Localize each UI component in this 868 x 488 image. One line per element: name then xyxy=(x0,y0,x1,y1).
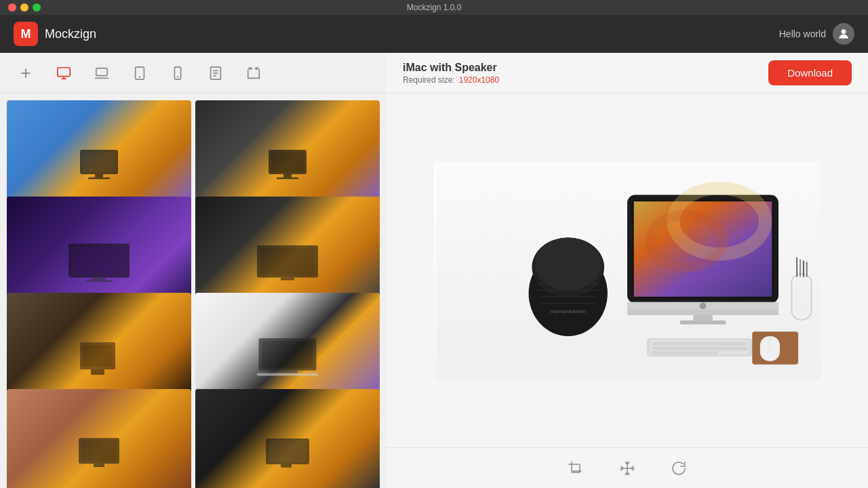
grid-item-8[interactable] xyxy=(195,389,380,488)
svg-rect-25 xyxy=(92,278,106,281)
laptop-button[interactable] xyxy=(90,61,114,85)
svg-rect-75 xyxy=(794,277,808,317)
preview-image: harman/kardon xyxy=(434,162,821,379)
maximize-button[interactable] xyxy=(33,3,41,12)
mobile-button[interactable] xyxy=(165,61,190,85)
grid-item-7-overlay xyxy=(7,389,191,488)
close-button[interactable] xyxy=(8,3,16,12)
svg-rect-18 xyxy=(88,178,110,179)
svg-rect-36 xyxy=(257,373,318,376)
svg-rect-41 xyxy=(269,441,307,462)
user-greeting: Hello world xyxy=(779,28,826,39)
svg-rect-20 xyxy=(271,152,304,172)
svg-rect-42 xyxy=(281,464,292,468)
app-header-right: Hello world xyxy=(779,23,854,45)
svg-point-0 xyxy=(842,29,846,34)
svg-rect-61 xyxy=(627,310,778,315)
size-value: 1920x1080 xyxy=(459,75,499,85)
svg-rect-39 xyxy=(94,464,104,467)
app-header-left: M Mockzign xyxy=(14,22,96,46)
svg-rect-69 xyxy=(652,346,747,350)
svg-point-63 xyxy=(700,303,707,310)
svg-rect-21 xyxy=(283,174,292,178)
mockup-grid xyxy=(0,94,387,488)
grid-item-8-overlay xyxy=(195,389,380,488)
svg-rect-26 xyxy=(85,281,113,283)
minimize-button[interactable] xyxy=(20,3,28,12)
avatar[interactable] xyxy=(833,23,854,45)
bottom-controls xyxy=(387,447,868,488)
svg-rect-22 xyxy=(277,178,298,179)
tablet-button[interactable] xyxy=(127,61,152,85)
svg-rect-24 xyxy=(72,247,126,274)
svg-rect-3 xyxy=(58,67,70,76)
svg-rect-64 xyxy=(693,315,713,321)
size-label: Required size: xyxy=(403,75,455,85)
svg-rect-31 xyxy=(83,345,113,367)
imac-scene-svg: harman/kardon xyxy=(434,162,821,379)
svg-rect-29 xyxy=(281,278,294,281)
svg-rect-35 xyxy=(277,371,298,373)
grid-item-7[interactable] xyxy=(7,389,191,488)
shirt-button[interactable] xyxy=(241,61,266,85)
svg-rect-68 xyxy=(652,342,747,346)
desktop-monitor-button[interactable] xyxy=(52,61,76,85)
move-button[interactable] xyxy=(615,456,639,481)
svg-rect-65 xyxy=(680,321,726,325)
svg-rect-28 xyxy=(260,248,315,275)
svg-text:harman/kardon: harman/kardon xyxy=(551,308,586,314)
main-layout: iMac with Speaker Required size: 1920x10… xyxy=(0,53,868,488)
detail-info: iMac with Speaker Required size: 1920x10… xyxy=(403,62,499,85)
title-bar: Mockzign 1.0.0 xyxy=(0,0,868,15)
detail-header: iMac with Speaker Required size: 1920x10… xyxy=(387,53,868,94)
app-logo: M xyxy=(14,22,38,46)
svg-rect-6 xyxy=(96,68,108,75)
app-name: Mockzign xyxy=(45,27,96,41)
app-header: M Mockzign Hello world xyxy=(0,15,868,53)
svg-point-48 xyxy=(535,238,601,291)
svg-rect-38 xyxy=(81,441,117,462)
detail-size-row: Required size: 1920x1080 xyxy=(403,75,499,85)
window-title: Mockzign 1.0.0 xyxy=(407,3,462,12)
svg-rect-32 xyxy=(91,369,104,375)
detail-title: iMac with Speaker xyxy=(403,62,499,74)
svg-rect-70 xyxy=(652,351,718,354)
svg-rect-17 xyxy=(95,174,103,178)
download-button[interactable]: Download xyxy=(768,60,852,85)
toolbar xyxy=(0,53,387,94)
preview-area: harman/kardon xyxy=(387,94,868,447)
svg-rect-16 xyxy=(83,152,115,172)
right-panel: iMac with Speaker Required size: 1920x10… xyxy=(387,53,868,488)
rotate-button[interactable] xyxy=(667,456,691,481)
left-panel xyxy=(0,53,387,488)
svg-rect-34 xyxy=(262,341,313,368)
crop-button[interactable] xyxy=(564,456,588,481)
traffic-lights xyxy=(8,3,41,12)
document-button[interactable] xyxy=(203,61,228,85)
add-button[interactable] xyxy=(14,61,38,85)
